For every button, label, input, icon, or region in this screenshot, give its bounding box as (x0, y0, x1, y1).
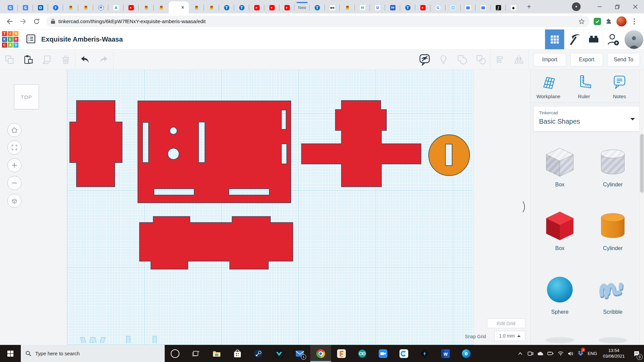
flat-shape-connector[interactable] (140, 217, 293, 269)
taskbar-microsoft-store[interactable] (227, 345, 248, 362)
tray-chevron-up[interactable] (515, 345, 525, 362)
browser-profile-avatar[interactable] (616, 16, 627, 26)
tinkercad-logo[interactable]: TINKERCAD (1, 31, 19, 48)
copy-button[interactable] (0, 50, 19, 70)
zoom-out-button[interactable] (7, 176, 21, 190)
browser-tab-robot[interactable] (204, 2, 219, 13)
browser-tab-robot[interactable] (139, 2, 154, 13)
tray-wifi[interactable] (555, 345, 566, 362)
delete-button[interactable] (56, 50, 75, 70)
close-window-button[interactable] (626, 0, 644, 13)
flat-shape-disc[interactable] (429, 135, 470, 176)
bookmark-star-icon[interactable] (578, 18, 585, 25)
zoom-in-button[interactable] (7, 158, 21, 172)
browser-tab-robot[interactable] (154, 2, 169, 13)
shape-tile-sphere-blue[interactable]: Sphere (533, 264, 586, 328)
extension-check-icon[interactable] (594, 18, 601, 25)
tray-onedrive[interactable] (535, 345, 545, 362)
browser-tab-printer3d[interactable] (445, 2, 461, 13)
browser-tab-robot[interactable] (189, 2, 204, 13)
new-tab-button[interactable]: + (524, 2, 534, 11)
browser-menu-button[interactable] (629, 16, 640, 27)
taskbar-search-box[interactable]: Type here to search (21, 345, 165, 362)
browser-tab-youtube[interactable]: ▶ (264, 2, 279, 13)
browser-tab-wetransfer[interactable]: we (325, 2, 340, 13)
export-button[interactable]: Export (570, 53, 603, 66)
flat-shape-bracket[interactable] (70, 101, 122, 187)
browser-tab-youtube[interactable]: ▶ (415, 2, 430, 13)
browser-tab-3dslash[interactable]: 3D (385, 2, 400, 13)
address-bar[interactable]: tinkercad.com/things/6kEpW7fENxY-exquisi… (46, 16, 590, 27)
taskbar-arduino[interactable] (352, 345, 373, 362)
clipped-canvas-text[interactable]: W l l (80, 331, 164, 343)
reload-button[interactable] (31, 16, 42, 27)
browser-tab-mentimeter[interactable]: M (355, 2, 370, 13)
flat-shape-base-plate[interactable] (138, 101, 291, 203)
taskbar-word[interactable]: W (435, 345, 456, 362)
shape-library-dropdown[interactable]: Tinkercad Basic Shapes (534, 107, 640, 131)
restore-button[interactable] (608, 0, 626, 13)
user-avatar[interactable] (625, 30, 643, 49)
tab-search-button[interactable]: ▼ (572, 2, 581, 11)
shape-tile-box-striped[interactable]: Box (533, 137, 586, 200)
design-title[interactable]: Exquisite Amberis-Waasa (41, 36, 123, 43)
browser-tab-book[interactable] (461, 2, 476, 13)
tool-ruler[interactable]: Ruler (566, 74, 602, 99)
browser-tab-tinkercad-t[interactable]: T (234, 2, 249, 13)
taskbar-mail[interactable]: 1 (289, 345, 310, 362)
browser-tab-text[interactable]: New (294, 2, 310, 13)
taskbar-edge[interactable]: e (456, 345, 477, 362)
browser-tab-translate[interactable]: G (18, 2, 33, 13)
browser-tab-outlook[interactable]: O (33, 2, 48, 13)
scrollbar-thumb[interactable] (640, 134, 644, 193)
shape-tile-cylinder-striped[interactable]: Cylinder (586, 137, 639, 200)
hide-selected-button[interactable] (415, 50, 434, 70)
edit-grid-button[interactable]: Edit Grid (487, 318, 525, 328)
panel-scrollbar[interactable] (639, 70, 644, 345)
taskbar-file-explorer[interactable] (206, 345, 227, 362)
snap-grid-select[interactable]: 1.0 mm (494, 331, 525, 341)
minimize-button[interactable] (591, 0, 608, 13)
tray-volume[interactable] (566, 345, 576, 362)
align-button[interactable] (491, 50, 509, 70)
browser-tab-youtube[interactable]: ▶ (249, 2, 264, 13)
import-button[interactable]: Import (533, 53, 566, 66)
close-tab-icon[interactable]: × (181, 5, 184, 10)
view-cube[interactable]: TOP (14, 84, 39, 109)
paste-button[interactable] (19, 50, 38, 70)
browser-tab-udemy[interactable]: U (370, 2, 385, 13)
browser-tab-youtube[interactable]: ▶ (279, 2, 294, 13)
taskbar-clock[interactable]: 13:54 03/06/2021 (599, 348, 629, 359)
properties-list-button[interactable] (26, 34, 36, 45)
design-canvas[interactable]: W l l (67, 70, 473, 345)
shape-tile-scribble[interactable]: Scribble (586, 264, 639, 328)
forward-button[interactable] (17, 16, 29, 27)
back-button[interactable] (4, 16, 15, 27)
browser-tab-tinkercad-t[interactable]: T (310, 2, 325, 13)
taskbar-steam[interactable] (248, 345, 269, 362)
mirror-button[interactable] (509, 50, 528, 70)
tool-workplane[interactable]: Workplane (531, 74, 566, 99)
taskbar-predator[interactable] (269, 345, 289, 362)
browser-tab-youtube[interactable]: ▶ (123, 2, 139, 13)
browser-tab-google[interactable]: G (430, 2, 445, 13)
taskbar-zoom[interactable] (373, 345, 393, 362)
browser-tab-robot[interactable] (78, 2, 93, 13)
taskbar-chrome-active[interactable] (310, 345, 331, 362)
shape-tile-box-red[interactable]: Box (533, 200, 586, 264)
browser-tab-facebook[interactable]: f (48, 2, 63, 13)
tray-language[interactable]: ENG (586, 351, 599, 356)
fit-view-button[interactable] (7, 140, 21, 155)
panel-collapse-handle[interactable] (522, 200, 527, 215)
minecraft-export-button[interactable] (564, 29, 584, 49)
shape-tile-cylinder-orange[interactable]: Cylinder (586, 200, 639, 264)
browser-tab-translate[interactable]: G (3, 2, 18, 13)
notification-center-button[interactable]: 9 (629, 345, 644, 362)
start-button[interactable] (0, 345, 21, 362)
browser-tab-robot[interactable] (63, 2, 78, 13)
perspective-toggle-button[interactable] (7, 194, 21, 208)
browser-tab-makecode[interactable]: M (93, 2, 108, 13)
browser-tab-tinkercad-t[interactable]: T (400, 2, 415, 13)
brick-export-button[interactable] (584, 29, 603, 49)
flat-shape-cross-arm[interactable] (302, 101, 421, 187)
